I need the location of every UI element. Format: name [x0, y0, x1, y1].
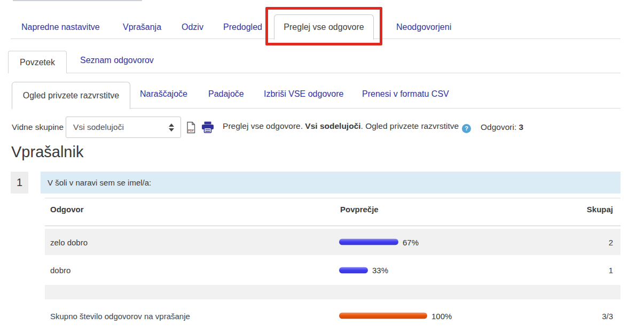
- pdf-document-icon[interactable]: PDF: [186, 121, 196, 134]
- help-icon[interactable]: [462, 124, 471, 133]
- progress-bar: [339, 313, 427, 319]
- tab-neodgovorjeni[interactable]: Neodgovorjeni: [396, 22, 451, 32]
- average-bar-cell: 100%: [339, 311, 452, 320]
- table-row: zelo dobro 67% 2: [45, 229, 621, 255]
- question-text-band: V šoli v naravi sem se imel/a:: [41, 172, 621, 194]
- controls-row: Vidne skupine Vsi sodelujoči PDF Preglej…: [12, 117, 523, 138]
- tab-label: Ogled privzete razvrstitve: [23, 91, 120, 101]
- tab-vprasanja[interactable]: Vprašanja: [123, 22, 161, 32]
- footer-label: Skupno število odgovorov na vprašanje: [50, 311, 190, 320]
- percent-label: 33%: [372, 266, 388, 275]
- total-value: 3/3: [602, 311, 613, 320]
- progress-bar: [339, 267, 368, 273]
- tab-label: Preglej vse odgovore: [284, 22, 364, 32]
- responses-count: Odgovori: 3: [481, 122, 523, 132]
- table-top-border: [45, 198, 621, 198]
- percent-label: 100%: [431, 311, 452, 320]
- tab-napredne-nastavitve[interactable]: Napredne nastavitve: [21, 22, 100, 32]
- column-header-total: Skupaj: [587, 205, 613, 214]
- group-select[interactable]: Vsi sodelujoči: [66, 117, 181, 138]
- tab-predogled[interactable]: Predogled: [223, 22, 262, 32]
- question-number: 1: [11, 172, 28, 194]
- results-table: Odgovor Povprečje Skupaj zelo dobro 67% …: [45, 198, 621, 332]
- cropped-element-edge: [13, 0, 142, 1]
- svg-text:PDF: PDF: [188, 129, 194, 132]
- table-row: dobro 33% 1: [45, 255, 621, 285]
- total-value: 1: [609, 266, 613, 275]
- tab-narascajoce[interactable]: Naraščajoče: [140, 89, 187, 99]
- secondary-tabs-divider: [67, 73, 621, 73]
- printer-icon[interactable]: [201, 121, 214, 133]
- average-bar-cell: 67%: [339, 237, 419, 246]
- percent-label: 67%: [403, 237, 419, 246]
- tab-preglej-vse-odgovore-active[interactable]: Preglej vse odgovore: [274, 14, 374, 40]
- tab-povzetek-active[interactable]: Povzetek: [8, 51, 67, 73]
- answer-label: zelo dobro: [50, 237, 88, 246]
- group-select-value: Vsi sodelujoči: [73, 122, 124, 132]
- tab-izbrisi-vse-odgovore[interactable]: Izbriši VSE odgovore: [264, 89, 343, 99]
- tab-prenesi-csv[interactable]: Prenesi v formatu CSV: [362, 89, 449, 99]
- table-spacer-row: [45, 285, 621, 299]
- column-header-average: Povprečje: [340, 205, 379, 214]
- sort-tabs-divider: [130, 108, 621, 109]
- table-header-border: [45, 226, 621, 226]
- column-header-answer: Odgovor: [50, 205, 84, 214]
- tab-odziv[interactable]: Odziv: [182, 22, 203, 32]
- tab-padajoce[interactable]: Padajoče: [208, 89, 244, 99]
- answer-label: dobro: [50, 266, 70, 275]
- total-value: 2: [609, 237, 613, 246]
- view-summary-text: Preglej vse odgovore. Vsi sodelujoči. Og…: [223, 121, 471, 133]
- questionnaire-results-page: Napredne nastavitve Vprašanja Odziv Pred…: [0, 0, 644, 332]
- tab-ogled-privzete-razvrstitve-active[interactable]: Ogled privzete razvrstitve: [12, 82, 130, 109]
- progress-bar: [339, 239, 398, 245]
- page-title: Vprašalnik: [11, 143, 83, 161]
- visible-groups-label: Vidne skupine: [12, 122, 64, 132]
- tab-label: Povzetek: [20, 58, 55, 67]
- question-text: V šoli v naravi sem se imel/a:: [48, 178, 151, 187]
- updown-arrows-icon: [169, 123, 174, 132]
- tab-seznam-odgovorov[interactable]: Seznam odgovorov: [80, 56, 154, 65]
- table-footer-row: Skupno število odgovorov na vprašanje 10…: [45, 299, 621, 332]
- average-bar-cell: 33%: [339, 266, 388, 275]
